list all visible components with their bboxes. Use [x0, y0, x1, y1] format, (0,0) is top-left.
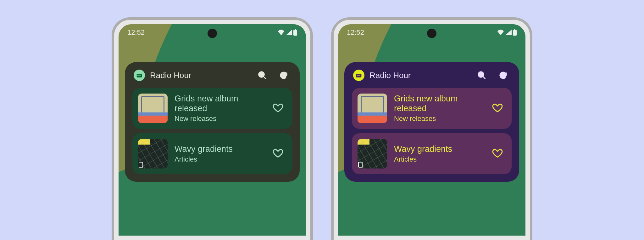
signal-icon [286, 30, 292, 35]
radio-app-icon[interactable] [353, 70, 364, 81]
card-subtitle: Articles [175, 155, 266, 163]
heart-icon [492, 148, 503, 158]
favorite-button[interactable] [273, 102, 286, 114]
status-icons [278, 29, 297, 36]
svg-rect-1 [295, 29, 296, 30]
refresh-button[interactable] [498, 71, 508, 80]
search-icon [258, 71, 267, 80]
status-bar: 12:52 [338, 24, 525, 41]
status-time: 12:52 [347, 28, 364, 37]
refresh-icon [498, 71, 508, 80]
svg-point-2 [140, 76, 141, 77]
card-title: Grids new album released [394, 94, 485, 113]
phone-screen: 12:52 Radio Hour [119, 24, 306, 236]
svg-line-9 [483, 77, 486, 79]
content-card[interactable]: Wavy gradients Articles [352, 133, 512, 174]
heart-icon [273, 102, 283, 113]
card-title: Wavy gradients [175, 144, 266, 154]
article-thumbnail [138, 139, 168, 169]
svg-rect-0 [293, 30, 297, 36]
album-art-thumbnail [138, 94, 168, 123]
svg-rect-5 [513, 30, 517, 36]
favorite-button[interactable] [492, 102, 506, 114]
radio-app-icon[interactable] [134, 70, 145, 81]
svg-point-7 [360, 76, 361, 77]
search-button[interactable] [258, 71, 267, 80]
radio-icon [136, 72, 142, 78]
article-thumbnail [358, 139, 387, 169]
heart-icon [273, 148, 283, 158]
status-bar: 12:52 [119, 24, 306, 41]
widget-title: Radio Hour [369, 71, 472, 80]
refresh-icon [279, 71, 288, 80]
svg-point-3 [259, 72, 264, 77]
favorite-button[interactable] [492, 148, 506, 160]
heart-icon [492, 102, 503, 113]
camera-hole [427, 29, 436, 38]
signal-icon [505, 30, 512, 35]
radio-icon [356, 72, 362, 78]
card-subtitle: Articles [394, 155, 485, 163]
favorite-button[interactable] [273, 148, 286, 160]
card-title: Grids new album released [175, 94, 266, 113]
content-card[interactable]: Grids new album released New releases [352, 88, 512, 129]
search-button[interactable] [477, 71, 486, 80]
content-card[interactable]: Grids new album released New releases [132, 88, 292, 129]
widget-header: Radio Hour [132, 70, 292, 81]
wifi-icon [278, 30, 285, 35]
widget-header: Radio Hour [352, 70, 512, 81]
phone-mockup-left: 12:52 Radio Hour [112, 17, 313, 240]
card-title: Wavy gradients [394, 144, 485, 154]
card-subtitle: New releases [175, 115, 266, 123]
card-subtitle: New releases [394, 115, 485, 123]
battery-icon [513, 29, 517, 36]
battery-icon [293, 29, 297, 36]
phone-screen: 12:52 Radio Hour [338, 24, 525, 236]
svg-point-8 [478, 72, 484, 77]
camera-hole [208, 29, 217, 38]
wifi-icon [497, 30, 504, 35]
content-card[interactable]: Wavy gradients Articles [132, 133, 292, 174]
widget-title: Radio Hour [150, 71, 253, 80]
radio-widget[interactable]: Radio Hour Grids new album released New … [125, 62, 300, 182]
search-icon [477, 71, 486, 80]
svg-line-4 [264, 77, 266, 79]
svg-rect-6 [514, 29, 515, 30]
status-icons [497, 29, 517, 36]
album-art-thumbnail [358, 94, 387, 123]
status-time: 12:52 [127, 28, 145, 37]
radio-widget[interactable]: Radio Hour Grids new album released New … [344, 62, 519, 182]
refresh-button[interactable] [279, 71, 288, 80]
phone-mockup-right: 12:52 Radio Hour [331, 17, 532, 240]
